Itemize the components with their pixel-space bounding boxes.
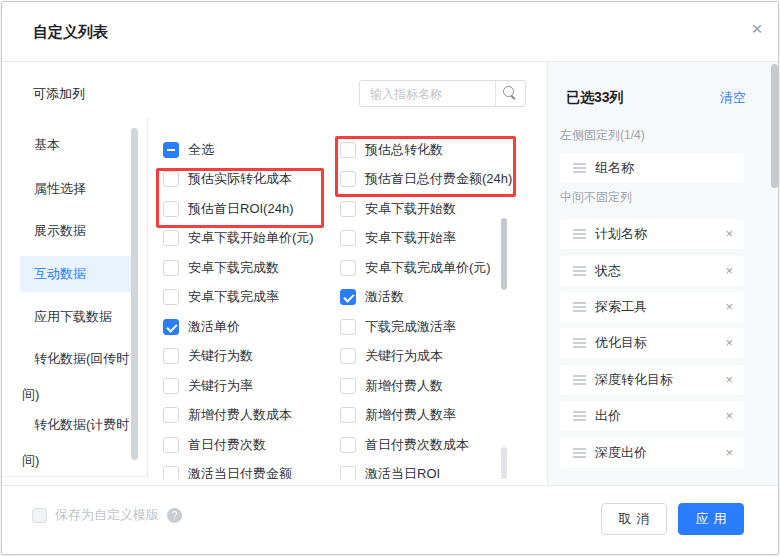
sidebar-scrollbar[interactable]: [131, 128, 138, 460]
selected-item-fixed[interactable]: 组名称: [560, 153, 744, 183]
drag-handle-icon[interactable]: [573, 342, 586, 344]
checkbox-icon[interactable]: [163, 289, 179, 305]
category-conversion-billing[interactable]: 转化数据(计费时 间): [22, 407, 142, 479]
drag-handle-icon[interactable]: [573, 415, 586, 417]
metric-row[interactable]: 安卓下载开始单价(元): [163, 228, 314, 248]
metric-row[interactable]: 安卓下载完成单价(元): [340, 258, 491, 278]
category-conversion-callback[interactable]: 转化数据(回传时 间): [22, 341, 142, 413]
sidebar-bottom-divider: [2, 476, 148, 477]
checkbox-icon[interactable]: [340, 466, 356, 479]
checkbox-icon[interactable]: [163, 407, 179, 423]
checkbox-icon[interactable]: [340, 407, 356, 423]
close-icon[interactable]: ×: [744, 16, 770, 42]
metric-row[interactable]: 首日付费次数: [163, 435, 266, 455]
drag-handle-icon[interactable]: [573, 167, 586, 169]
remove-item-icon[interactable]: ×: [725, 401, 733, 431]
checkbox-icon[interactable]: [163, 466, 179, 479]
metric-row[interactable]: 首日付费次数成本: [340, 435, 469, 455]
remove-item-icon[interactable]: ×: [725, 365, 733, 395]
content-area: 基本 属性选择 展示数据 互动数据 应用下载数据 转化数据(回传时 间) 转化数…: [2, 2, 548, 479]
metric-row[interactable]: 关键行为数: [163, 346, 253, 366]
category-interaction-data[interactable]: 互动数据: [34, 264, 86, 284]
category-attribute[interactable]: 属性选择: [34, 179, 86, 199]
metric-row[interactable]: 新增付费人数率: [340, 405, 456, 425]
checkbox-icon[interactable]: [163, 230, 179, 246]
sidebar-divider: [147, 118, 148, 476]
drag-handle-icon[interactable]: [573, 306, 586, 308]
selected-item[interactable]: 深度出价 ×: [560, 438, 744, 468]
metrics-scrollbar-track: [501, 447, 507, 479]
checkbox-icon[interactable]: [340, 437, 356, 453]
drag-handle-icon[interactable]: [573, 379, 586, 381]
fixed-columns-label: 左侧固定列(1/4): [560, 126, 645, 144]
metric-row[interactable]: 新增付费人数: [340, 376, 443, 396]
selected-item[interactable]: 探索工具 ×: [560, 292, 744, 322]
metric-row[interactable]: 激活当日付费金额: [163, 464, 292, 479]
metric-row[interactable]: 关键行为成本: [340, 346, 443, 366]
checkbox-icon[interactable]: [163, 260, 179, 276]
metric-row[interactable]: 激活当日ROI: [340, 464, 440, 479]
selected-count-title: 已选33列: [566, 87, 624, 107]
category-display-data[interactable]: 展示数据: [34, 221, 86, 241]
metric-row[interactable]: 激活单价: [163, 317, 240, 337]
checkbox-icon[interactable]: [163, 437, 179, 453]
metric-row[interactable]: 安卓下载完成率: [163, 287, 279, 307]
apply-button[interactable]: 应用: [678, 503, 744, 535]
footer-divider: [2, 485, 778, 486]
cancel-button[interactable]: 取消: [601, 503, 667, 535]
remove-item-icon[interactable]: ×: [725, 256, 733, 286]
remove-item-icon[interactable]: ×: [725, 438, 733, 468]
metric-row[interactable]: 新增付费人数成本: [163, 405, 292, 425]
metric-row[interactable]: 激活数: [340, 287, 404, 307]
category-app-download-data[interactable]: 应用下载数据: [34, 307, 112, 327]
checkbox-icon[interactable]: [163, 378, 179, 394]
metric-row-select-all[interactable]: 全选: [163, 140, 214, 160]
checkbox-icon[interactable]: [340, 201, 356, 217]
selected-panel-scrollbar[interactable]: [771, 64, 778, 188]
remove-item-icon[interactable]: ×: [725, 328, 733, 358]
checkbox-indeterminate-icon[interactable]: [163, 142, 179, 158]
save-template-label: 保存为自定义模版: [55, 506, 159, 524]
selected-item[interactable]: 计划名称 ×: [560, 219, 744, 249]
selected-item[interactable]: 状态 ×: [560, 256, 744, 286]
checkbox-icon[interactable]: [163, 348, 179, 364]
drag-handle-icon[interactable]: [573, 233, 586, 235]
metric-row[interactable]: 关键行为率: [163, 376, 253, 396]
remove-item-icon[interactable]: ×: [725, 219, 733, 249]
category-basic[interactable]: 基本: [34, 135, 60, 155]
metric-row[interactable]: 下载完成激活率: [340, 317, 456, 337]
highlight-box-right: [335, 136, 516, 197]
save-template-checkbox[interactable]: [32, 508, 47, 523]
checkbox-icon[interactable]: [340, 319, 356, 335]
unfixed-columns-label: 中间不固定列: [560, 188, 632, 206]
drag-handle-icon[interactable]: [573, 270, 586, 272]
custom-columns-dialog: 自定义列表 × 可添加列 基本 属性选择 展示数据 互动数据 应用下载数据 转化…: [1, 1, 779, 555]
checkbox-icon[interactable]: [340, 348, 356, 364]
save-template-row: 保存为自定义模版 ?: [32, 506, 182, 524]
selected-item[interactable]: 优化目标 ×: [560, 328, 744, 358]
help-icon[interactable]: ?: [167, 508, 182, 523]
drag-handle-icon[interactable]: [573, 452, 586, 454]
metrics-scrollbar[interactable]: [501, 218, 507, 290]
screen: 自定义列表 × 可添加列 基本 属性选择 展示数据 互动数据 应用下载数据 转化…: [0, 0, 780, 556]
checkbox-icon[interactable]: [340, 230, 356, 246]
highlight-box-left: [156, 168, 324, 228]
checkbox-icon[interactable]: [340, 260, 356, 276]
checkbox-checked-icon[interactable]: [163, 319, 179, 335]
metric-row[interactable]: 安卓下载完成数: [163, 258, 279, 278]
checkbox-icon[interactable]: [340, 378, 356, 394]
clear-all-button[interactable]: 清空: [720, 88, 750, 108]
remove-item-icon[interactable]: ×: [725, 292, 733, 322]
selected-item[interactable]: 出价 ×: [560, 401, 744, 431]
selected-item[interactable]: 深度转化目标 ×: [560, 365, 744, 395]
metric-row[interactable]: 安卓下载开始数: [340, 199, 456, 219]
panel-divider: [547, 62, 548, 485]
metric-row[interactable]: 安卓下载开始率: [340, 228, 456, 248]
checkbox-checked-icon[interactable]: [340, 289, 356, 305]
